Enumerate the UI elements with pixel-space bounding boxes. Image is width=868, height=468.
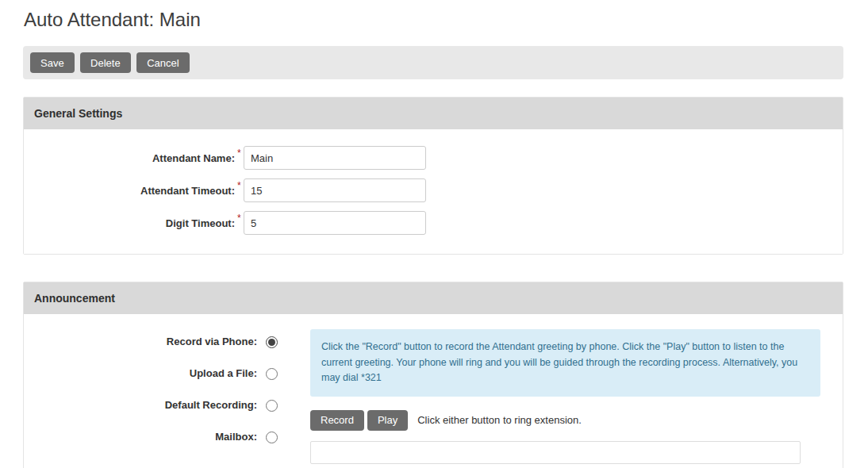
general-settings-body: Attendant Name: * Attendant Timeout: * D… [24,129,843,254]
extension-input[interactable] [310,441,801,464]
ring-extension-hint: Click either button to ring extension. [417,414,582,426]
auto-attendant-page: Auto Attendant: Main Save Delete Cancel … [0,0,868,468]
required-marker-icon: * [237,213,243,224]
upload-a-file-row: Upload a File: [24,366,310,380]
attendant-name-label: Attendant Name: [24,152,235,164]
attendant-name-input[interactable] [244,146,426,170]
delete-button[interactable]: Delete [80,52,131,73]
digit-timeout-input[interactable] [244,211,426,235]
cancel-button[interactable]: Cancel [136,52,189,73]
record-play-row: Record Play Click either button to ring … [310,410,820,431]
attendant-timeout-label: Attendant Timeout: [24,185,235,197]
mailbox-row: Mailbox: [24,429,310,443]
record-via-phone-label: Record via Phone: [24,336,257,347]
mailbox-radio[interactable] [266,432,278,443]
attendant-timeout-row: Attendant Timeout: * [24,178,843,202]
announcement-recording-controls: Click the "Record" button to record the … [310,329,820,463]
default-recording-radio[interactable] [266,400,278,412]
record-via-phone-radio[interactable] [266,336,278,348]
required-marker-icon: * [237,180,243,191]
general-settings-section: General Settings Attendant Name: * Atten… [23,97,843,255]
default-recording-label: Default Recording: [24,399,257,411]
attendant-name-row: Attendant Name: * [24,146,843,170]
attendant-timeout-input[interactable] [244,178,426,202]
digit-timeout-row: Digit Timeout: * [24,211,843,235]
action-toolbar: Save Delete Cancel [23,46,843,79]
digit-timeout-label: Digit Timeout: [24,217,235,229]
announcement-section: Announcement Record via Phone: Upload a … [23,282,843,468]
record-via-phone-row: Record via Phone: [24,334,310,348]
record-button[interactable]: Record [310,410,364,431]
upload-a-file-radio[interactable] [266,368,278,380]
upload-a-file-label: Upload a File: [24,367,257,379]
announcement-body: Record via Phone: Upload a File: Default… [24,314,843,468]
default-recording-row: Default Recording: [24,397,310,412]
recording-info-box: Click the "Record" button to record the … [310,329,820,396]
general-settings-header: General Settings [24,98,843,129]
page-title: Auto Attendant: Main [24,10,843,30]
required-marker-icon: * [237,148,243,159]
mailbox-label: Mailbox: [24,431,257,443]
announcement-header: Announcement [24,282,843,314]
announcement-source-options: Record via Phone: Upload a File: Default… [24,329,310,463]
play-button[interactable]: Play [367,410,408,431]
save-button[interactable]: Save [30,52,75,73]
